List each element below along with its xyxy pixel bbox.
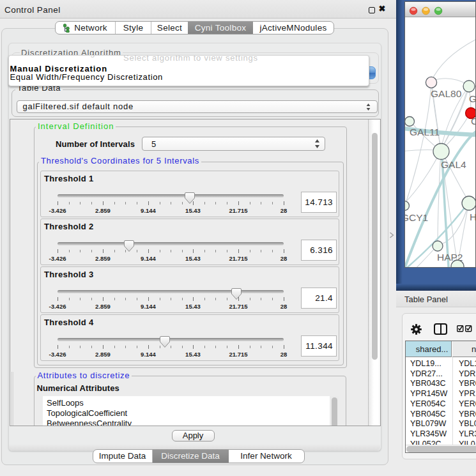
svg-text:H: H <box>470 211 475 222</box>
svg-text:GAL80: GAL80 <box>431 88 462 99</box>
svg-text:C: C <box>471 116 475 127</box>
svg-text:GAL4: GAL4 <box>441 159 466 170</box>
svg-text:HAP2: HAP2 <box>437 252 463 263</box>
svg-text:GCY1: GCY1 <box>405 212 428 223</box>
svg-text:G.: G. <box>469 93 475 104</box>
svg-text:GAL11: GAL11 <box>410 127 440 137</box>
